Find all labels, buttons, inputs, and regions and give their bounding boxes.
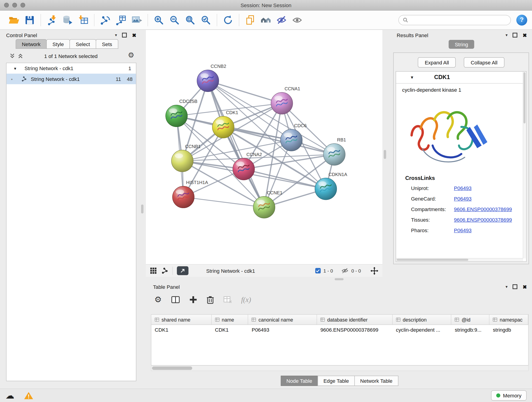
network-view-icon[interactable] [162, 267, 168, 274]
table-cell[interactable]: CDK1 [151, 325, 211, 335]
network-options-gear-icon[interactable]: ⚙ [128, 51, 134, 59]
selected-checkbox-icon[interactable] [315, 268, 321, 274]
zoom-in-button[interactable] [151, 12, 167, 28]
panel-float-icon[interactable] [513, 284, 518, 289]
panel-close-icon[interactable]: ✖ [523, 284, 527, 289]
table-toolbar: ⚙ f(x) [154, 291, 251, 308]
tab-edge-table[interactable]: Edge Table [317, 376, 355, 386]
network-from-table-button[interactable] [113, 12, 129, 28]
hide-selected-button[interactable] [273, 12, 289, 28]
gene-card-caret-icon[interactable]: ▼ [410, 75, 414, 80]
import-network-file-button[interactable] [44, 12, 60, 28]
column-icon [252, 317, 256, 322]
table-cell[interactable]: stringdb [489, 325, 528, 335]
vertical-scrollbar[interactable] [523, 71, 526, 258]
column-header[interactable]: canonical name [248, 315, 317, 325]
panel-close-icon[interactable]: ✖ [132, 32, 136, 38]
grid-view-icon[interactable] [150, 267, 157, 274]
vertical-splitter-handle[interactable] [384, 150, 386, 159]
panel-float-icon[interactable] [513, 33, 518, 38]
panel-collapse-icon[interactable]: ▾ [506, 33, 508, 37]
column-header[interactable]: namespac [489, 315, 528, 325]
horizontal-splitter-handle[interactable] [335, 278, 344, 280]
hidden-eye-icon[interactable] [341, 268, 349, 274]
crosslink-link[interactable]: 9606.ENSP00000378699 [454, 217, 512, 223]
import-table-file-button[interactable] [75, 12, 91, 28]
open-session-button[interactable] [6, 12, 22, 28]
search-input[interactable] [411, 17, 507, 23]
tree-caret-icon[interactable]: ▼ [13, 66, 17, 70]
tab-string[interactable]: String [449, 40, 474, 49]
expand-all-button[interactable]: Expand All [418, 57, 456, 68]
network-row[interactable]: ● String Network - cdk1 11 48 [6, 74, 136, 84]
network-node-CCNB1[interactable] [171, 150, 193, 172]
panel-close-icon[interactable]: ✖ [523, 32, 527, 38]
scrollbar-thumb[interactable] [524, 72, 526, 123]
warning-button[interactable] [24, 391, 33, 400]
table-settings-gear-icon[interactable]: ⚙ [154, 295, 162, 305]
scrollbar-thumb[interactable] [152, 366, 192, 370]
tab-style[interactable]: Style [46, 39, 70, 49]
tab-node-table[interactable]: Node Table [281, 376, 318, 386]
table-row[interactable]: CDK1CDK1P064939606.ENSP00000378699cyclin… [151, 325, 528, 335]
memory-button[interactable]: Memory [491, 390, 526, 401]
tab-network-table[interactable]: Network Table [355, 376, 399, 386]
select-columns-icon[interactable] [171, 296, 180, 304]
network-edge[interactable] [208, 81, 264, 207]
node-label-HIST1H1A: HIST1H1A [186, 180, 208, 185]
column-header[interactable]: @id [451, 315, 489, 325]
vertical-splitter-handle[interactable] [141, 205, 143, 214]
copy-button[interactable] [242, 12, 258, 28]
crosslink-link[interactable]: 9606.ENSP00000378699 [454, 206, 512, 212]
network-edge[interactable] [183, 197, 264, 207]
collapse-all-button[interactable]: Collapse All [464, 57, 504, 68]
cytoscape-window: Session: New Session [0, 0, 532, 402]
horizontal-scrollbar[interactable] [396, 258, 523, 262]
crosslink-link[interactable]: P06493 [454, 196, 472, 201]
birdseye-view-button[interactable] [177, 266, 189, 275]
add-column-plus-icon[interactable] [189, 296, 197, 304]
toolbar-separator [41, 14, 41, 26]
show-all-button[interactable] [289, 12, 305, 28]
network-view-canvas[interactable]: CCNB2CCNA1CDC25BCDK1CDC6RB1CCNB1CCNA2CDK… [146, 30, 382, 264]
network-edge[interactable] [208, 81, 282, 103]
network-collection-row[interactable]: ▼ String Network - cdk1 1 [6, 63, 136, 74]
zoom-selected-button[interactable] [198, 12, 214, 28]
clone-network-button[interactable] [97, 12, 113, 28]
refresh-view-button[interactable] [220, 12, 236, 28]
panel-collapse-icon[interactable]: ▾ [506, 285, 508, 289]
table-cell[interactable]: cyclin-dependent ... [393, 325, 451, 335]
fit-move-crosshair-icon[interactable] [370, 267, 378, 274]
home-view-button[interactable] [258, 12, 273, 28]
import-network-database-button[interactable] [60, 12, 75, 28]
tab-select[interactable]: Select [70, 39, 96, 49]
delete-trash-icon[interactable] [206, 295, 214, 304]
table-cell[interactable]: P06493 [248, 325, 317, 335]
tab-sets[interactable]: Sets [96, 39, 118, 49]
save-session-button[interactable] [22, 12, 37, 28]
collection-count: 1 [128, 65, 131, 71]
table-horizontal-scrollbar[interactable] [151, 366, 529, 371]
column-header[interactable]: shared name [151, 315, 211, 325]
crosslink-link[interactable]: P06493 [454, 227, 472, 233]
scrollbar-thumb[interactable] [397, 259, 468, 261]
gene-card-header[interactable]: ▼ CDK1 [396, 71, 526, 83]
panel-collapse-icon[interactable]: ▾ [115, 33, 117, 37]
cloud-icon[interactable]: ☁ [6, 390, 14, 401]
tab-network[interactable]: Network [16, 39, 46, 49]
table-cell[interactable]: CDK1 [211, 325, 248, 335]
crosslink-link[interactable]: P06493 [454, 185, 472, 191]
search-box[interactable] [399, 15, 511, 25]
panel-float-icon[interactable] [122, 33, 127, 38]
zoom-out-button[interactable] [167, 12, 182, 28]
zoom-fit-button[interactable] [182, 12, 198, 28]
column-header[interactable]: name [211, 315, 248, 325]
help-button[interactable]: ? [516, 14, 527, 26]
column-header[interactable]: description [393, 315, 451, 325]
column-header[interactable]: database identifier [317, 315, 393, 325]
table-cell[interactable]: stringdb:9... [451, 325, 489, 335]
export-image-button[interactable] [129, 12, 144, 28]
network-edge[interactable] [244, 169, 326, 189]
node-label-RB1: RB1 [337, 137, 346, 142]
table-cell[interactable]: 9606.ENSP00000378699 [317, 325, 393, 335]
